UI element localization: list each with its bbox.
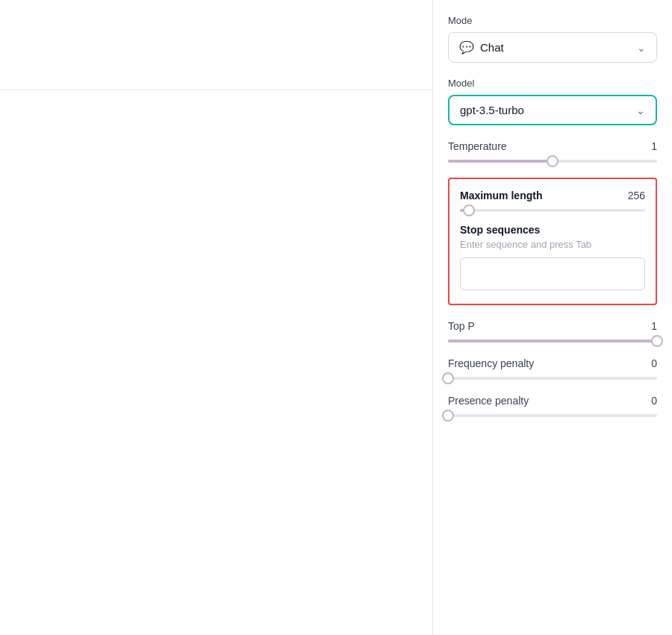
stop-sequences-hint: Enter sequence and press Tab [460, 239, 645, 250]
divider [0, 90, 432, 90]
temperature-track[interactable] [448, 160, 657, 163]
left-panel [0, 0, 433, 635]
presence-penalty-label: Presence penalty [448, 395, 529, 407]
top-p-track[interactable] [448, 340, 657, 342]
temperature-section: Temperature 1 [448, 140, 657, 163]
chat-icon: 💬 [459, 40, 474, 54]
max-length-label: Maximum length [460, 190, 542, 201]
max-length-thumb[interactable] [463, 204, 475, 216]
mode-dropdown[interactable]: 💬 Chat ⌄ [448, 32, 657, 63]
temperature-label: Temperature [448, 140, 507, 152]
frequency-penalty-value: 0 [651, 357, 657, 369]
model-chevron-down-icon: ⌄ [636, 104, 645, 116]
model-label: Model [448, 78, 657, 89]
model-value: gpt-3.5-turbo [460, 104, 524, 116]
frequency-penalty-thumb[interactable] [442, 372, 454, 384]
top-p-header: Top P 1 [448, 320, 657, 332]
mode-value: Chat [480, 41, 504, 54]
app-layout: Mode 💬 Chat ⌄ Model gpt-3.5-turbo ⌄ Temp… [0, 0, 672, 635]
model-dropdown[interactable]: gpt-3.5-turbo ⌄ [448, 95, 657, 125]
highlighted-section: Maximum length 256 Stop sequences Enter … [448, 178, 657, 305]
presence-penalty-section: Presence penalty 0 [448, 395, 657, 417]
frequency-penalty-header: Frequency penalty 0 [448, 357, 657, 369]
temperature-value: 1 [651, 140, 657, 152]
max-length-header: Maximum length 256 [460, 190, 645, 201]
temperature-fill [448, 160, 553, 163]
right-panel: Mode 💬 Chat ⌄ Model gpt-3.5-turbo ⌄ Temp… [433, 0, 672, 635]
presence-penalty-thumb[interactable] [442, 410, 454, 422]
chevron-down-icon: ⌄ [637, 42, 646, 54]
mode-label: Mode [448, 15, 657, 26]
max-length-value: 256 [628, 190, 645, 201]
top-p-section: Top P 1 [448, 320, 657, 342]
presence-penalty-value: 0 [651, 395, 657, 407]
top-p-thumb[interactable] [651, 335, 663, 347]
frequency-penalty-track[interactable] [448, 377, 657, 380]
max-length-track[interactable] [460, 209, 645, 212]
top-p-label: Top P [448, 320, 475, 332]
top-p-value: 1 [651, 320, 657, 332]
temperature-header: Temperature 1 [448, 140, 657, 152]
temperature-thumb[interactable] [547, 155, 559, 167]
stop-sequences-label: Stop sequences [460, 224, 645, 236]
top-p-fill [448, 340, 657, 342]
mode-dropdown-left: 💬 Chat [459, 40, 504, 54]
presence-penalty-header: Presence penalty 0 [448, 395, 657, 407]
presence-penalty-track[interactable] [448, 414, 657, 417]
frequency-penalty-section: Frequency penalty 0 [448, 357, 657, 380]
frequency-penalty-label: Frequency penalty [448, 357, 534, 369]
stop-sequences-input[interactable] [460, 257, 645, 290]
